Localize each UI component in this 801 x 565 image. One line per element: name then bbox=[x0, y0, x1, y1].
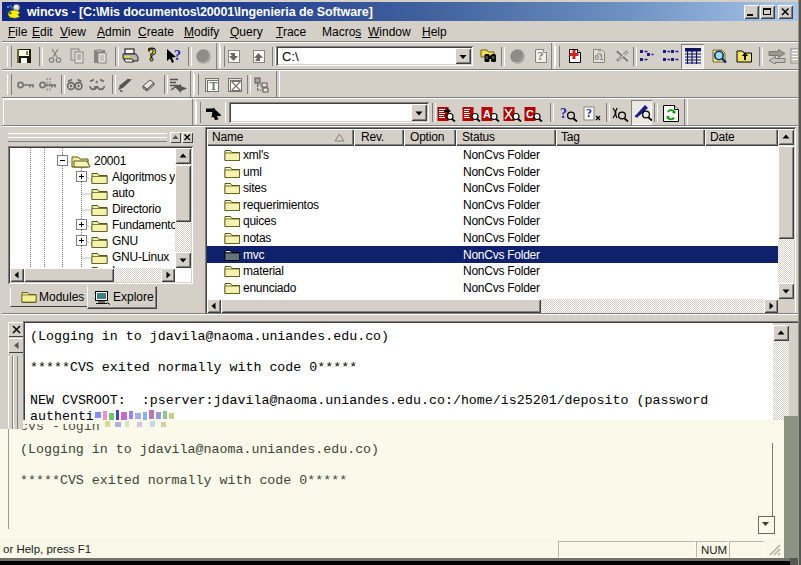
svg-text:?: ? bbox=[586, 106, 592, 120]
svg-text:C: C bbox=[526, 108, 534, 120]
svg-text:?: ? bbox=[148, 46, 157, 65]
svg-text:?: ? bbox=[174, 48, 181, 63]
svg-text:?: ? bbox=[560, 106, 567, 121]
svg-text:A: A bbox=[483, 108, 491, 120]
svg-text:T: T bbox=[210, 79, 218, 93]
svg-text:?: ? bbox=[538, 49, 544, 63]
